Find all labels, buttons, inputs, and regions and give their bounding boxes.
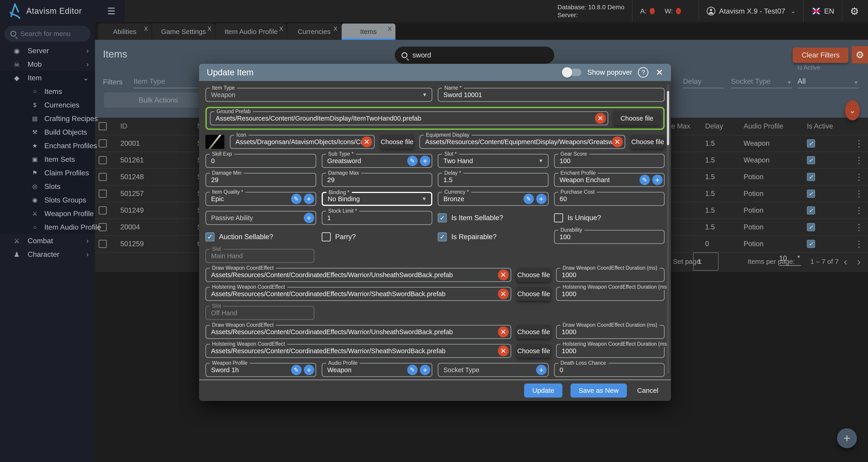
damage-max-field[interactable]: Damage Max 29	[322, 173, 433, 187]
choose-file-button[interactable]: Choose file	[614, 111, 660, 125]
clear-icon[interactable]: ✕	[612, 136, 623, 147]
edit-icon[interactable]: ✎	[291, 194, 302, 204]
choose-file-button[interactable]: Choose file	[517, 287, 551, 301]
holstering-coordeffect-duration-field[interactable]: Holstering Weapon CoordEffect Duration (…	[556, 344, 664, 358]
tab-close-icon[interactable]: X	[144, 25, 148, 32]
sidebar-item[interactable]: ○ Item Audio Profile	[0, 220, 95, 234]
socket-type-field[interactable]: Socket Type +	[438, 363, 549, 377]
socket-type-filter[interactable]: Socket Type ▼	[731, 74, 792, 88]
add-item-fab[interactable]: +	[837, 428, 857, 448]
clear-icon[interactable]: ✕	[498, 288, 509, 299]
row-checkbox[interactable]	[99, 156, 107, 164]
clear-icon[interactable]: ✕	[595, 113, 606, 124]
tab-close-icon[interactable]: X	[334, 25, 337, 32]
is-active-checkbox[interactable]: ✓	[807, 206, 815, 214]
sidebar-item[interactable]: ◉ Slots Groups	[0, 193, 95, 207]
is-active-checkbox[interactable]: ✓	[807, 240, 815, 248]
choose-file-button[interactable]: Choose file	[631, 135, 664, 149]
select-all-checkbox[interactable]	[99, 122, 107, 130]
item-type-select[interactable]: Item Type Weapon ▼	[206, 88, 432, 102]
draw-weapon-coordeffect-field[interactable]: Draw Weapon CoordEffect Assets/Resources…	[206, 268, 511, 282]
set-page-input[interactable]	[693, 252, 718, 271]
row-menu-icon[interactable]: ⋮	[850, 172, 868, 182]
row-checkbox[interactable]	[99, 140, 107, 148]
sidebar-item[interactable]: ◎ Slots	[0, 180, 95, 193]
column-id[interactable]: ID	[120, 122, 197, 130]
checkbox-icon[interactable]: ✓	[438, 213, 447, 222]
parry-checkbox[interactable]: ✓ Parry?	[322, 230, 433, 244]
add-icon[interactable]: +	[652, 175, 662, 185]
row-menu-icon[interactable]: ⋮	[850, 138, 868, 148]
edit-icon[interactable]: ✎	[291, 365, 302, 375]
sidebar-item[interactable]: ⚒ Build Objects	[0, 125, 95, 139]
add-icon[interactable]: +	[536, 194, 547, 204]
holstering-weapon-coordeffect-field[interactable]: Holstering Weapon CoordEffect Assets/Res…	[206, 287, 511, 301]
sub-type-field[interactable]: Sub Type * Greatsword ✎ +	[322, 154, 433, 168]
update-button[interactable]: Update	[524, 383, 562, 398]
name-field[interactable]: Name * Sword 10001	[438, 88, 664, 102]
table-search-input[interactable]	[412, 51, 548, 59]
purchase-cost-field[interactable]: Purchase Cost 60	[554, 192, 665, 206]
add-icon[interactable]: +	[304, 213, 314, 223]
durability-field[interactable]: Durability 100	[554, 230, 665, 244]
enchant-profile-field[interactable]: Enchant Profile Weapon Enchant ✎ +	[554, 173, 665, 187]
choose-file-button[interactable]: Choose file	[380, 135, 414, 149]
modal-scrollbar-thumb[interactable]	[667, 91, 669, 145]
bulk-actions-button[interactable]: Bulk Actions	[104, 92, 213, 108]
row-checkbox[interactable]	[99, 173, 107, 181]
draw-coordeffect-duration-field[interactable]: Draw Weapon CoordEffect Duration (ms) 10…	[556, 268, 664, 282]
sidebar-item[interactable]: ⚔ Weapon Profile	[0, 207, 95, 220]
sidebar-search[interactable]	[4, 26, 91, 42]
gear-score-field[interactable]: Gear Score 100	[554, 154, 665, 168]
skill-exp-field[interactable]: Skill Exp 0	[206, 154, 316, 168]
death-loss-chance-field[interactable]: Death Loss Chance 0	[554, 363, 665, 377]
save-as-new-button[interactable]: Save as New	[570, 383, 627, 398]
row-menu-icon[interactable]: ⋮	[850, 155, 868, 165]
audio-profile-field[interactable]: Audio Profile Weapon ✎ +	[322, 363, 433, 377]
draw-weapon-coordeffect-field[interactable]: Draw Weapon CoordEffect Assets/Resources…	[206, 325, 511, 339]
clear-filters-button[interactable]: Clear Filters	[793, 48, 848, 63]
draw-coordeffect-duration-field[interactable]: Draw Weapon CoordEffect Duration (ms) 10…	[556, 325, 664, 339]
is-active-checkbox[interactable]: ✓	[807, 190, 815, 198]
tab-close-icon[interactable]: X	[388, 25, 392, 32]
passive-ability-field[interactable]: Passive Ability +	[206, 211, 316, 225]
clear-icon[interactable]: ✕	[498, 345, 509, 356]
binding-select[interactable]: Binding * No Binding ▼	[322, 192, 433, 206]
row-checkbox[interactable]	[99, 206, 107, 214]
close-icon[interactable]: ✕	[656, 67, 663, 78]
sidebar-item[interactable]: ▣ Item Sets	[0, 153, 95, 166]
table-search[interactable]	[395, 47, 554, 64]
row-menu-icon[interactable]: ⋮	[850, 189, 868, 198]
tab[interactable]: Abilities X	[98, 24, 152, 40]
delay-filter[interactable]: Delay	[683, 74, 724, 88]
sidebar-item[interactable]: ★ Enchant Profiles	[0, 139, 95, 153]
sidebar-item[interactable]: ⚔ Combat ›	[0, 234, 95, 248]
next-page-icon[interactable]: ›	[857, 255, 861, 268]
table-settings-gear-icon[interactable]: ⚙	[852, 46, 868, 63]
row-checkbox[interactable]	[99, 190, 107, 198]
row-menu-icon[interactable]: ⋮	[850, 206, 868, 215]
help-icon[interactable]: ?	[638, 67, 648, 78]
weapon-profile-field[interactable]: Weapon Profile Sword 1h ✎ +	[206, 363, 316, 377]
is-active-checkbox[interactable]: ✓	[807, 156, 815, 164]
equipment-display-field[interactable]: Equipment Display Assets/Resources/Conte…	[420, 135, 625, 149]
settings-gear-icon[interactable]: ⚙	[850, 5, 859, 17]
tab[interactable]: Item Audio Profile X	[215, 24, 287, 40]
tab[interactable]: Items X	[342, 24, 396, 40]
add-icon[interactable]: +	[304, 365, 314, 375]
sidebar-item[interactable]: ☠ Mob ›	[0, 58, 95, 71]
sidebar-item[interactable]: ○ Items	[0, 85, 95, 98]
items-per-page-select[interactable]: 10 ▼	[779, 254, 801, 266]
is-active-checkbox[interactable]: ✓	[807, 173, 815, 181]
edit-icon[interactable]: ✎	[407, 156, 417, 166]
checkbox-icon[interactable]: ✓	[322, 233, 331, 241]
edit-icon[interactable]: ✎	[524, 194, 534, 204]
is-unique-checkbox[interactable]: ✓ Is Unique?	[554, 211, 665, 225]
sidebar-item[interactable]: ♟ Character ›	[0, 248, 95, 261]
choose-file-button[interactable]: Choose file	[517, 325, 551, 339]
column-is-active[interactable]: Is Active	[807, 122, 850, 130]
tab-close-icon[interactable]: X	[279, 25, 283, 32]
clear-icon[interactable]: ✕	[498, 270, 509, 280]
auction-sellable-checkbox[interactable]: ✓ Auction Sellable?	[206, 230, 316, 244]
add-icon[interactable]: +	[420, 156, 430, 166]
